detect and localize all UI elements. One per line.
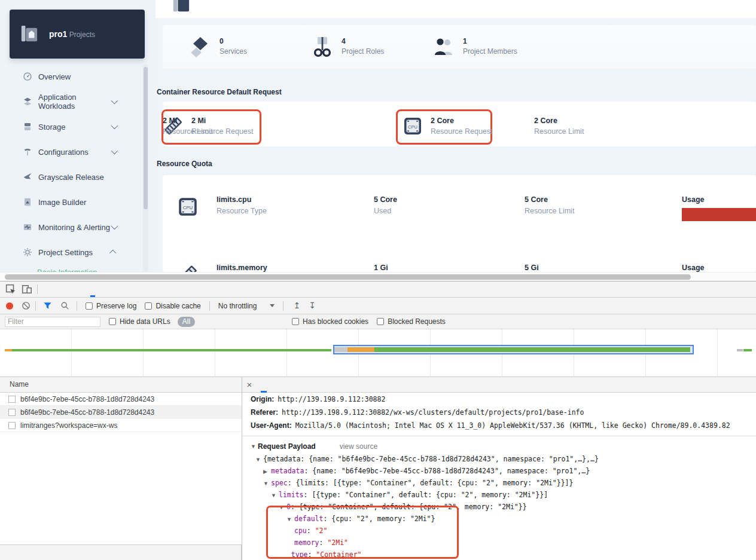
stat-label: Project Members bbox=[463, 47, 517, 57]
request-row[interactable]: b6f4e9bc-7ebe-45cc-b788-1d8d728d4243 bbox=[0, 393, 242, 406]
cpu-icon: CPU bbox=[176, 195, 199, 218]
devtools-tab[interactable] bbox=[58, 281, 70, 297]
triangle-down-icon[interactable]: ▼ bbox=[251, 440, 258, 453]
devtools-tab[interactable] bbox=[72, 281, 84, 297]
device-toolbar-icon[interactable] bbox=[22, 284, 32, 295]
details-tab[interactable] bbox=[273, 377, 284, 393]
payload-tree-line[interactable]: ▼spec: {limits: [{type: "Container", def… bbox=[251, 477, 748, 489]
view-source-link[interactable]: view source bbox=[340, 440, 377, 453]
tree-key: memory bbox=[294, 538, 319, 547]
devtools-tab[interactable] bbox=[44, 281, 56, 297]
payload-tree-line[interactable]: ▼limits: [{type: "Container", default: {… bbox=[251, 489, 748, 501]
overview-bar-orange bbox=[5, 349, 12, 351]
tree-arrow-icon: ▼ bbox=[263, 478, 271, 489]
checkbox-icon bbox=[377, 318, 384, 325]
tree-key: default bbox=[294, 515, 323, 523]
chevron-icon bbox=[111, 148, 118, 154]
divider bbox=[283, 301, 284, 311]
svg-text:CPU: CPU bbox=[408, 124, 417, 130]
sidebar-item[interactable]: Monitoring & Alerting bbox=[0, 215, 144, 240]
network-status-bar bbox=[0, 544, 242, 560]
chevron-icon bbox=[111, 223, 118, 229]
payload-tree-line[interactable]: ▼0: {type: "Container", default: {cpu: "… bbox=[251, 501, 748, 513]
resource-card: 2 CoreResource Limit bbox=[534, 115, 584, 137]
clear-icon[interactable] bbox=[22, 301, 31, 310]
import-har-icon[interactable]: ↥ bbox=[293, 301, 300, 310]
sidebar-item[interactable]: Overview bbox=[0, 64, 144, 89]
quota-usage-label: Usage bbox=[682, 262, 705, 272]
tree-preview: {metadata: {name: "b6f4e9bc-7ebe-45cc-b7… bbox=[263, 455, 599, 463]
devtools-tab[interactable] bbox=[144, 281, 156, 297]
tree-colon: : bbox=[319, 538, 328, 547]
project-switcher-card[interactable]: pro1 Projects bbox=[10, 10, 145, 59]
disable-cache-checkbox[interactable]: Disable cache bbox=[145, 302, 200, 310]
blocked-requests-label: Blocked Requests bbox=[388, 317, 446, 326]
filter-input[interactable] bbox=[5, 317, 100, 327]
sidebar-item[interactable]: Project Settings bbox=[0, 240, 144, 265]
details-tabbar: × bbox=[242, 377, 756, 393]
tree-arrow-icon: ▼ bbox=[279, 501, 286, 513]
requests-name-header[interactable]: Name bbox=[0, 377, 242, 393]
overview-bar-right-gray bbox=[737, 349, 743, 351]
project-logo-icon bbox=[20, 25, 38, 44]
details-tab[interactable] bbox=[287, 377, 298, 393]
inspect-element-icon[interactable] bbox=[5, 284, 16, 295]
sidebar-item-label: Project Settings bbox=[38, 248, 93, 257]
details-tab[interactable] bbox=[258, 377, 269, 393]
record-button[interactable] bbox=[6, 302, 13, 310]
has-blocked-cookies-checkbox[interactable]: Has blocked cookies bbox=[292, 317, 368, 326]
resource-card-label: Resource Request bbox=[431, 126, 493, 137]
devtools-tab[interactable] bbox=[158, 281, 170, 297]
request-payload-title: Request Payload bbox=[258, 440, 316, 453]
payload-tree-line[interactable]: ▼{metadata: {name: "b6f4e9bc-7ebe-45cc-b… bbox=[251, 453, 748, 465]
throttling-select[interactable]: No throttling bbox=[218, 302, 275, 310]
sidebar-item[interactable]: Image Builder bbox=[0, 189, 144, 215]
devtools-tab[interactable] bbox=[130, 281, 142, 297]
caret-down-icon bbox=[270, 304, 275, 307]
throttling-value: No throttling bbox=[218, 302, 257, 310]
sidebar-item-basic-information[interactable]: Basic Information bbox=[37, 268, 97, 272]
sidebar-item[interactable]: Storage bbox=[0, 114, 144, 139]
page-horizontal-scrollbar bbox=[0, 272, 756, 281]
sidebar-item[interactable]: Configurations bbox=[0, 139, 144, 164]
main-content: 0Services 4Project Roles 1Project Member… bbox=[156, 0, 756, 272]
sidebar-item-label: Grayscale Release bbox=[38, 173, 104, 182]
details-tab[interactable] bbox=[316, 377, 327, 393]
preserve-log-checkbox[interactable]: Preserve log bbox=[86, 302, 136, 310]
sidebar-item[interactable]: Grayscale Release bbox=[0, 164, 144, 189]
details-tab[interactable] bbox=[301, 377, 312, 393]
export-har-icon[interactable]: ↧ bbox=[309, 301, 316, 310]
memory-icon bbox=[176, 264, 199, 272]
request-row[interactable]: limitranges?workspace=wx-ws bbox=[0, 419, 242, 432]
filter-icon[interactable] bbox=[43, 301, 52, 310]
filter-type-all[interactable]: All bbox=[178, 317, 195, 327]
project-name: pro1 bbox=[49, 29, 67, 39]
devtools-tab[interactable] bbox=[101, 281, 113, 297]
devtools-tab[interactable] bbox=[115, 281, 127, 297]
sidebar-item[interactable]: Application Workloads bbox=[0, 89, 144, 114]
sidebar-scrollbar-thumb[interactable] bbox=[144, 67, 148, 209]
header-value: http://139.198.9.112:30882 bbox=[278, 395, 385, 403]
payload-tree-line[interactable]: type: "Container" bbox=[251, 549, 748, 560]
checkbox-icon bbox=[86, 302, 93, 310]
payload-tree-line[interactable]: cpu: "2" bbox=[251, 525, 748, 537]
overview-bar-right-green bbox=[743, 349, 752, 351]
request-row[interactable]: b6f4e9bc-7ebe-45cc-b788-1d8d728d4243 bbox=[0, 406, 242, 419]
details-tab[interactable] bbox=[330, 377, 341, 393]
tree-key: 0 bbox=[286, 503, 291, 511]
page-horizontal-scrollbar-thumb[interactable] bbox=[5, 274, 691, 280]
payload-tree-line[interactable]: memory: "2Mi" bbox=[251, 537, 748, 549]
header-value: http://139.198.9.112:30882/wx-ws/cluster… bbox=[282, 408, 584, 417]
search-icon[interactable] bbox=[60, 301, 69, 310]
header-name: Referer: bbox=[251, 408, 278, 417]
hide-data-urls-checkbox[interactable]: Hide data URLs bbox=[109, 317, 170, 326]
tree-key: limits bbox=[279, 491, 304, 499]
sidebar-item-label: Storage bbox=[38, 123, 66, 131]
devtools-tab[interactable] bbox=[87, 281, 99, 297]
close-icon[interactable]: × bbox=[242, 380, 257, 390]
payload-tree-line[interactable]: ▼default: {cpu: "2", memory: "2Mi"} bbox=[251, 513, 748, 525]
quota-used: 5 Core bbox=[374, 194, 397, 206]
blocked-requests-checkbox[interactable]: Blocked Requests bbox=[377, 317, 446, 326]
network-overview-timeline[interactable] bbox=[0, 329, 756, 377]
payload-tree-line[interactable]: ▶metadata: {name: "b6f4e9bc-7ebe-45cc-b7… bbox=[251, 465, 748, 477]
